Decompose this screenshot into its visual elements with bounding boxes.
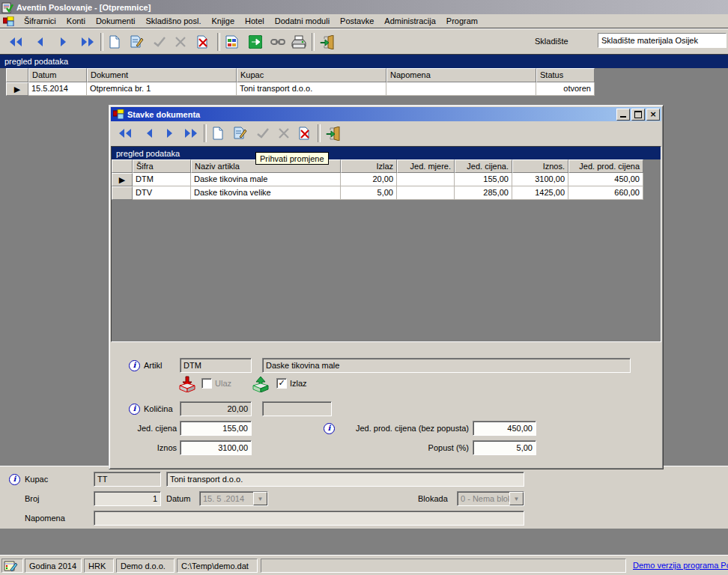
- maximize-button[interactable]: [631, 109, 645, 121]
- exit-button[interactable]: [318, 32, 337, 52]
- prev-record-button[interactable]: [30, 32, 49, 52]
- panel-caption-text: pregled podataka: [116, 149, 180, 158]
- col-header-jed-prod-cijena[interactable]: Jed. prod. cijena: [568, 159, 643, 173]
- delete-document-button[interactable]: [193, 32, 213, 52]
- ulaz-label: Ulaz: [215, 377, 231, 388]
- cell-izlaz[interactable]: 20,00: [341, 173, 397, 186]
- report-button[interactable]: [222, 32, 241, 52]
- kupac-name-field[interactable]: Toni transport d.o.o.: [166, 472, 524, 487]
- jed-cijena-field[interactable]: 155,00: [180, 421, 252, 436]
- cell-status[interactable]: otvoren: [536, 82, 595, 96]
- col-header-dokument[interactable]: Dokument: [87, 68, 237, 82]
- napomena-field[interactable]: [94, 511, 524, 526]
- broj-field[interactable]: 1: [94, 491, 161, 506]
- go-button[interactable]: [246, 32, 265, 52]
- cell-izlaz[interactable]: 5,00: [341, 186, 397, 200]
- cell-sifra[interactable]: DTV: [133, 186, 191, 200]
- col-header-iznos[interactable]: Iznos.: [512, 159, 568, 173]
- form-icon[interactable]: [3, 16, 14, 26]
- link-button[interactable]: [268, 32, 288, 52]
- accept-changes-button[interactable]: [150, 32, 169, 52]
- menu-item-hotel[interactable]: Hotel: [240, 15, 270, 27]
- dialog-titlebar[interactable]: Stavke dokumenta ×: [111, 107, 661, 121]
- main-toolbar: Skladište: [0, 28, 728, 55]
- col-header-izlaz[interactable]: Izlaz: [341, 159, 397, 173]
- prev-record-button[interactable]: [139, 124, 159, 143]
- col-header-sifra[interactable]: Šifra: [133, 159, 191, 173]
- kolicina-field[interactable]: 20,00: [180, 401, 252, 416]
- cell-naziv[interactable]: Daske tikovina velike: [191, 186, 341, 200]
- menu-item-konti[interactable]: Konti: [61, 15, 91, 27]
- artikl-name-field[interactable]: Daske tikovina male: [262, 358, 631, 373]
- chevron-down-icon[interactable]: ▼: [253, 492, 267, 505]
- menu-item-skladisno[interactable]: Skladišno posl.: [140, 15, 206, 27]
- jed-prod-cijena-field[interactable]: 450,00: [473, 421, 536, 436]
- cell-sifra[interactable]: DTM: [133, 173, 191, 186]
- cell-naziv[interactable]: Daske tikovina male: [191, 173, 341, 186]
- accept-changes-button[interactable]: [253, 124, 273, 143]
- exit-button[interactable]: [324, 124, 343, 143]
- col-header-napomena[interactable]: Napomena: [386, 68, 536, 82]
- popust-field[interactable]: 5,00: [473, 440, 536, 455]
- tooltip: Prihvati promjene: [255, 152, 329, 165]
- last-record-button[interactable]: [78, 32, 97, 52]
- delete-item-button[interactable]: [295, 124, 315, 143]
- cell-jed-prod-cijena[interactable]: 660,00: [568, 186, 643, 200]
- blokada-combo[interactable]: 0 - Nema blokade ▼: [457, 491, 524, 506]
- demo-version-link[interactable]: Demo verzija programa Po: [633, 561, 728, 570]
- menu-item-sifrarnici[interactable]: Šifrarnici: [19, 15, 61, 27]
- datum-combo[interactable]: 15. 5 .2014 ▼: [199, 491, 268, 506]
- main-panel-caption: pregled podataka: [0, 55, 728, 68]
- table-row[interactable]: ▶ 15.5.2014 Otpremnica br. 1 Toni transp…: [6, 82, 595, 96]
- cell-kupac[interactable]: Toni transport d.o.o.: [237, 82, 386, 96]
- table-row[interactable]: DTV Daske tikovina velike 5,00 285,00 14…: [112, 186, 661, 200]
- item-form: i Artikl DTM Daske tikovina male Ulaz ✓ …: [111, 342, 661, 467]
- menu-item-dokumenti[interactable]: Dokumenti: [91, 15, 141, 27]
- cell-iznos[interactable]: 1425,00: [512, 186, 568, 200]
- col-header-kupac[interactable]: Kupac: [237, 68, 386, 82]
- table-row[interactable]: ▶ DTM Daske tikovina male 20,00 155,00 3…: [112, 173, 661, 186]
- edit-item-button[interactable]: [231, 124, 250, 143]
- ulaz-checkbox[interactable]: [201, 378, 212, 389]
- menu-item-program[interactable]: Program: [441, 15, 483, 27]
- izlaz-checkbox[interactable]: ✓: [276, 378, 287, 389]
- iznos-field[interactable]: 3100,00: [180, 440, 252, 455]
- menu-item-administracija[interactable]: Administracija: [379, 15, 440, 27]
- kolicina-unit-field[interactable]: [262, 401, 332, 416]
- cell-napomena[interactable]: [386, 82, 536, 96]
- menu-item-knjige[interactable]: Knjige: [206, 15, 240, 27]
- col-header-jed-cijena[interactable]: Jed. cijena.: [455, 159, 512, 173]
- last-record-button[interactable]: [181, 124, 201, 143]
- edit-document-button[interactable]: [127, 32, 147, 52]
- cell-jed-mjere[interactable]: [397, 173, 455, 186]
- new-document-button[interactable]: [105, 32, 124, 52]
- col-header-status[interactable]: Status: [536, 68, 595, 82]
- cell-jed-mjere[interactable]: [397, 186, 455, 200]
- cell-dokument[interactable]: Otpremnica br. 1: [87, 82, 237, 96]
- minimize-button[interactable]: [616, 109, 630, 121]
- close-icon[interactable]: ×: [646, 109, 660, 121]
- kupac-code-field[interactable]: TT: [94, 472, 161, 487]
- izlaz-label: Izlaz: [290, 377, 307, 388]
- cell-datum[interactable]: 15.5.2014: [28, 82, 87, 96]
- menu-item-dodatni[interactable]: Dodatni moduli: [270, 15, 335, 27]
- cancel-changes-button[interactable]: [274, 124, 294, 143]
- first-record-button[interactable]: [115, 124, 135, 143]
- cell-jed-prod-cijena[interactable]: 450,00: [568, 173, 643, 186]
- warehouse-input[interactable]: [598, 33, 727, 48]
- artikl-code-field[interactable]: DTM: [180, 358, 252, 373]
- col-header-datum[interactable]: Datum: [28, 68, 87, 82]
- cell-jed-cijena[interactable]: 155,00: [455, 173, 512, 186]
- jed-cijena-label: Jed. cijena: [118, 422, 177, 433]
- menu-item-postavke[interactable]: Postavke: [335, 15, 379, 27]
- col-header-jed-mjere[interactable]: Jed. mjere.: [397, 159, 455, 173]
- new-item-button[interactable]: [208, 124, 228, 143]
- print-button[interactable]: [289, 32, 309, 52]
- cancel-changes-button[interactable]: [171, 32, 190, 52]
- first-record-button[interactable]: [6, 32, 25, 52]
- cell-jed-cijena[interactable]: 285,00: [455, 186, 512, 200]
- chevron-down-icon[interactable]: ▼: [509, 492, 524, 505]
- next-record-button[interactable]: [54, 32, 73, 52]
- next-record-button[interactable]: [160, 124, 180, 143]
- cell-iznos[interactable]: 3100,00: [512, 173, 568, 186]
